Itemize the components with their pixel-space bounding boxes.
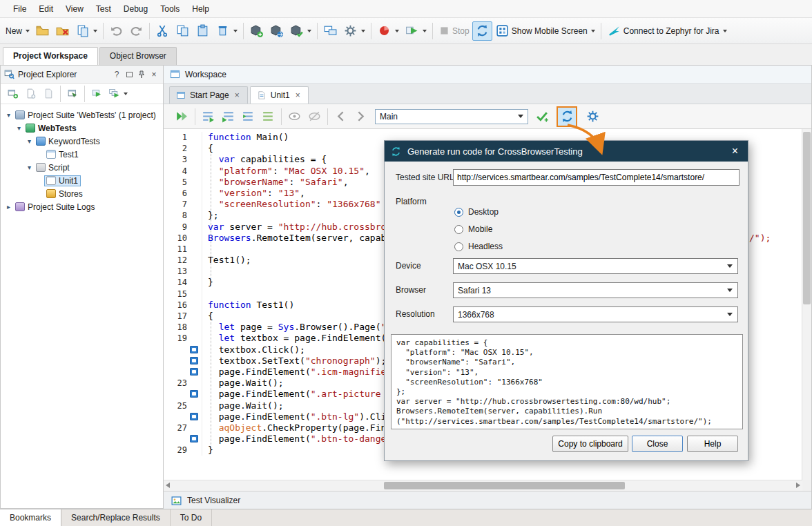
tree-item-unit1[interactable]: Unit1 <box>1 174 163 187</box>
tree-expand-icon[interactable]: ▾ <box>25 164 34 171</box>
tree-expand-icon[interactable]: ▾ <box>4 111 13 119</box>
radio-unselected-icon[interactable] <box>454 225 463 234</box>
horizontal-scrollbar[interactable] <box>164 480 802 491</box>
visualizer-marker-icon[interactable] <box>187 355 202 367</box>
panel-help-button[interactable]: ? <box>110 68 123 81</box>
visualizer-marker-icon[interactable] <box>187 344 202 355</box>
open-button[interactable] <box>32 21 52 41</box>
visualizer-marker-icon[interactable] <box>187 434 202 445</box>
add-existing-item-button[interactable] <box>21 84 39 104</box>
copy-button[interactable] <box>173 21 193 41</box>
browser-dropdown[interactable]: Safari 13 <box>453 282 738 298</box>
panel-float-button[interactable] <box>123 68 135 81</box>
horizontal-scrollbar-thumb[interactable] <box>384 482 625 489</box>
options-button[interactable] <box>340 21 368 41</box>
tree-expand-icon[interactable]: ▾ <box>14 124 23 132</box>
vertical-scrollbar[interactable] <box>802 129 811 480</box>
panel-close-button[interactable]: × <box>148 68 160 81</box>
run-lines-button-a[interactable] <box>198 107 218 126</box>
radio-selected-icon[interactable] <box>454 208 463 217</box>
navigate-back-button[interactable] <box>331 107 351 126</box>
tree-item-script[interactable]: ▾Script <box>1 161 163 174</box>
bottom-tab-search-replace-results[interactable]: Search/Replace Results <box>61 509 171 526</box>
chevron-down-icon[interactable] <box>727 264 733 268</box>
add-new-item-button[interactable] <box>3 84 21 104</box>
dropdown-caret-icon[interactable] <box>723 30 727 32</box>
record-test-button[interactable] <box>374 21 402 41</box>
tab-unit1[interactable]: Unit1 × <box>250 86 309 104</box>
run-test-button[interactable] <box>402 21 429 41</box>
zephyr-connect-button[interactable]: Connect to Zephyr for Jira <box>604 21 730 41</box>
tested-site-url-input[interactable] <box>453 169 740 186</box>
scroll-left-icon[interactable] <box>166 483 170 488</box>
tab-start-page[interactable]: Start Page × <box>169 86 248 104</box>
delete-button[interactable] <box>213 21 240 41</box>
tree-expand-icon[interactable]: ▾ <box>25 137 34 145</box>
panel-pin-button[interactable] <box>135 68 148 81</box>
dropdown-caret-icon[interactable] <box>423 30 427 32</box>
help-button[interactable]: Help <box>687 436 738 452</box>
scroll-right-icon[interactable] <box>796 483 800 488</box>
show-mobile-screen-button[interactable]: Show Mobile Screen <box>492 21 598 41</box>
paste-button[interactable] <box>193 21 213 41</box>
visualizer-marker-icon[interactable] <box>187 389 202 400</box>
cbt-environment-toggle[interactable] <box>472 21 492 41</box>
generate-run-code-button[interactable] <box>557 106 577 127</box>
dropdown-caret-icon[interactable] <box>26 30 30 32</box>
dialog-titlebar[interactable]: Generate run code for CrossBrowserTestin… <box>385 141 748 162</box>
dropdown-caret-icon[interactable] <box>93 30 97 32</box>
radio-desktop[interactable]: Desktop <box>454 206 499 218</box>
screens-button[interactable] <box>320 21 340 41</box>
radio-mobile[interactable]: Mobile <box>454 223 492 235</box>
visualizer-marker-icon[interactable] <box>187 411 202 422</box>
view-item-button[interactable] <box>39 84 57 104</box>
tree-item-project-suite-webtests-1-project[interactable]: ▾Project Suite 'WebTests' (1 project) <box>1 108 163 121</box>
edit-code-button[interactable] <box>64 84 81 104</box>
chevron-down-icon[interactable] <box>727 313 733 316</box>
menu-view[interactable]: View <box>59 1 90 17</box>
close-button[interactable]: Close <box>632 436 683 452</box>
check-item-button[interactable] <box>287 21 314 41</box>
menu-tools[interactable]: Tools <box>154 1 186 17</box>
run-project-suite-button[interactable] <box>106 84 130 104</box>
tree-expand-icon[interactable]: ▸ <box>4 203 13 211</box>
run-routine-button[interactable] <box>172 107 192 126</box>
web-item-button[interactable] <box>267 21 287 41</box>
editor-settings-button[interactable] <box>583 107 603 126</box>
cut-button[interactable] <box>153 21 173 41</box>
undo-button[interactable] <box>106 21 126 41</box>
resolution-dropdown[interactable]: 1366x768 <box>453 306 738 322</box>
navigate-forward-button[interactable] <box>351 107 371 126</box>
vertical-scrollbar-thumb[interactable] <box>803 132 811 304</box>
dialog-close-button[interactable]: × <box>728 145 742 157</box>
tab-project-workspace[interactable]: Project Workspace <box>3 47 98 65</box>
tree-item-stores[interactable]: Stores <box>1 187 163 200</box>
tab-close-icon[interactable]: × <box>294 90 302 100</box>
tab-close-icon[interactable]: × <box>233 90 241 100</box>
dropdown-caret-icon[interactable] <box>361 30 365 32</box>
menu-file[interactable]: File <box>7 1 32 17</box>
dropdown-caret-icon[interactable] <box>591 30 595 32</box>
radio-unselected-icon[interactable] <box>454 242 463 251</box>
run-lines-button-b[interactable] <box>218 107 238 126</box>
copy-to-clipboard-button[interactable]: Copy to clipboard <box>552 436 628 452</box>
syntax-check-button[interactable] <box>532 107 552 126</box>
device-dropdown[interactable]: Mac OSX 10.15 <box>453 258 738 274</box>
menu-help[interactable]: Help <box>186 1 215 17</box>
test-visualizer-bar[interactable]: Test Visualizer <box>164 491 811 509</box>
dropdown-caret-icon[interactable] <box>124 92 128 95</box>
bottom-tab-to-do[interactable]: To Do <box>171 509 212 526</box>
run-project-button[interactable] <box>88 84 106 104</box>
redo-button[interactable] <box>126 21 146 41</box>
add-item-button[interactable] <box>246 21 267 41</box>
visualizer-show-button[interactable] <box>284 107 304 126</box>
tree-item-webtests[interactable]: ▾WebTests <box>1 121 163 135</box>
menu-test[interactable]: Test <box>90 1 117 17</box>
save-button[interactable] <box>72 21 100 41</box>
chevron-down-icon[interactable] <box>518 115 523 118</box>
tree-item-test1[interactable]: Test1 <box>1 148 163 161</box>
bottom-tab-bookmarks[interactable]: Bookmarks <box>0 509 61 526</box>
dropdown-caret-icon[interactable] <box>233 30 238 32</box>
routine-combobox[interactable]: Main <box>375 109 528 124</box>
run-lines-button-d[interactable] <box>258 107 278 126</box>
